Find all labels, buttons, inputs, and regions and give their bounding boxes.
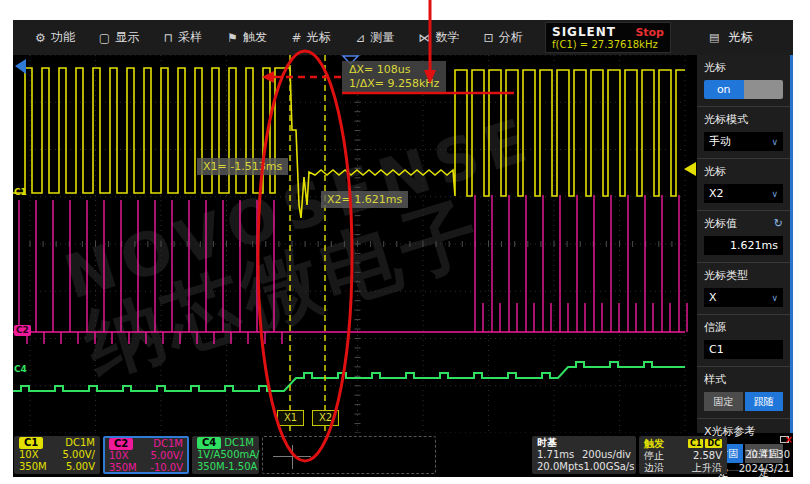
clock-date: 2024/3/21	[732, 463, 790, 474]
measure-icon: ⊿	[355, 31, 365, 45]
menu-label: 采样	[178, 29, 202, 46]
waveform-canvas	[13, 55, 697, 433]
cursor-value-label: 光标值	[704, 216, 737, 231]
menu-item-acquire[interactable]: ⊓ 采样	[151, 20, 215, 55]
scale-value: 500mA/	[220, 449, 259, 461]
offset-value: 5.00V	[66, 461, 95, 473]
memory-depth: 20.0Mpts	[537, 461, 583, 473]
analysis-icon: ⊡	[483, 31, 493, 45]
screenshot-page: ⚙ 功能 ▢ 显示 ⊓ 采样 ⚑ 触发 # 光标 ⊿ 测量	[0, 0, 810, 484]
channel-badge: C4	[197, 437, 221, 449]
cursor-x2-handle[interactable]: X2	[312, 410, 339, 426]
cursor-type-label: 光标类型	[704, 268, 748, 283]
channel-box-c1[interactable]: C1DC1M 10X5.00V/ 350M5.00V	[14, 436, 100, 474]
trigger-type: 边沿	[644, 462, 664, 474]
cursor-type-value: X	[709, 291, 717, 304]
crosshair-marker	[292, 445, 293, 469]
menu-item-cursors[interactable]: # 光标	[279, 20, 343, 55]
trigger-mode: 停止	[644, 450, 664, 462]
menu-label: 功能	[51, 29, 75, 46]
cursor-type-dropdown[interactable]: X ∨	[704, 288, 783, 307]
toggle-off-state[interactable]	[744, 80, 784, 99]
channel-marker-c2[interactable]: C2	[14, 325, 31, 336]
trigger-box[interactable]: 触发C1DC 停止2.58V 边沿上升沿	[639, 436, 727, 474]
menu-label: 数学	[436, 29, 460, 46]
cursor-delta-readout: ΔX= 108us 1/ΔX= 9.258kHz	[342, 61, 446, 93]
menu-item-display[interactable]: ▢ 显示	[87, 20, 151, 55]
cursor-select-dropdown[interactable]: X2 ∨	[704, 184, 783, 203]
trigger-frequency-readout: f(C1) = 27.37618kHz	[552, 39, 664, 50]
coupling-value: DC1M	[65, 437, 95, 449]
cursor-x1-value-label: X1= -1.513ms	[197, 158, 288, 175]
sidebar-header-cursors[interactable]: ▤ 光标	[697, 20, 793, 55]
scale-value: 5.00V/	[151, 450, 183, 462]
channel-badge: C1	[19, 437, 43, 449]
style-option-follow[interactable]: 跟随	[745, 392, 784, 411]
probe-value: 10X	[109, 450, 129, 462]
cursors-on-off-toggle[interactable]: on	[704, 80, 783, 99]
waveform-display[interactable]: NOVOSENSE 纳芯微电子 ΔX= 108us 1/ΔX= 9.258kHz…	[13, 55, 697, 433]
cursors-toggle-label: 光标	[704, 60, 726, 75]
clock-box: × 20:41:30 2024/3/21	[730, 436, 792, 474]
refresh-icon[interactable]: ↻	[774, 217, 783, 230]
channel-badge: C2	[109, 438, 133, 450]
cursors-panel: 光标 on 光标模式 手动 ∨ 光标 X2	[697, 55, 793, 433]
cursor-x1-handle[interactable]: X1	[277, 410, 304, 426]
coupling-value: DC1M	[224, 437, 254, 449]
style-segmented-control: 固定 跟随	[704, 392, 783, 411]
gear-icon: ⚙	[35, 31, 46, 45]
trigger-slope: 上升沿	[692, 462, 722, 474]
probe-value: 10X	[19, 449, 39, 461]
menu-label: 显示	[115, 29, 139, 46]
menu-item-measure[interactable]: ⊿ 测量	[343, 20, 407, 55]
cursor-grid-icon: #	[291, 31, 301, 45]
timebase-label: 时基	[537, 437, 557, 449]
math-icon: ⋈	[419, 31, 431, 45]
inverse-delta-x-value: 1/ΔX= 9.258kHz	[349, 77, 439, 91]
style-option-fixed[interactable]: 固定	[704, 392, 743, 411]
cursor-mode-dropdown[interactable]: 手动 ∨	[704, 132, 783, 151]
cursor-x2-value-label: X2= 1.621ms	[321, 191, 408, 208]
bandwidth-value: 350M	[19, 461, 47, 473]
toggle-on-state[interactable]: on	[704, 80, 744, 99]
acquire-icon: ⊓	[164, 31, 173, 45]
channel-marker-c4[interactable]: C4	[14, 364, 27, 375]
siglent-logo: SIGLENT	[552, 25, 616, 39]
trigger-source-badge: C1	[688, 439, 703, 448]
display-icon: ▢	[99, 31, 110, 45]
offset-value: -1.50A	[225, 461, 258, 473]
channel-box-c4[interactable]: C4DC1M 1V/A500mA/ 350M-1.50A	[192, 436, 259, 474]
menu-item-analysis[interactable]: ⊡ 分析	[471, 20, 535, 55]
delta-x-value: ΔX= 108us	[349, 63, 439, 77]
clock-time: 20:41:30	[732, 449, 790, 460]
trigger-level: 2.58V	[693, 450, 722, 462]
timebase-box[interactable]: 时基 1.71ms200us/div 20.0Mpts1.00GSa/s	[532, 436, 636, 474]
channel-marker-c1[interactable]: C1	[14, 187, 27, 198]
menu-label: 分析	[499, 29, 523, 46]
timebase-delay: 1.71ms	[537, 449, 574, 461]
cursor-value-field[interactable]: 1.621ms	[704, 236, 783, 255]
sidebar-title: 光标	[728, 29, 752, 46]
cursor-mode-value: 手动	[709, 134, 731, 149]
brand-status-box: SIGLENT Stop f(C1) = 27.37618kHz	[545, 22, 671, 53]
menu-item-trigger[interactable]: ⚑ 触发	[215, 20, 279, 55]
channel-box-c2[interactable]: C2DC1M 10X5.00V/ 350M-10.0V	[103, 436, 189, 474]
source-field[interactable]: C1	[704, 340, 783, 359]
panel-list-icon: ▤	[709, 31, 719, 44]
offset-value: -10.0V	[150, 462, 183, 474]
acquisition-status: Stop	[635, 26, 664, 39]
menu-item-math[interactable]: ⋈ 数学	[407, 20, 471, 55]
menu-item-utility[interactable]: ⚙ 功能	[23, 20, 87, 55]
menu-bar: ⚙ 功能 ▢ 显示 ⊓ 采样 ⚑ 触发 # 光标 ⊿ 测量	[13, 20, 793, 55]
chevron-down-icon: ∨	[771, 189, 778, 199]
bandwidth-value: 350M	[197, 461, 225, 473]
timebase-scale: 200us/div	[582, 449, 631, 461]
status-bar: C1DC1M 10X5.00V/ 350M5.00V C2DC1M 10X5.0…	[13, 433, 793, 477]
trigger-offscreen-left-icon[interactable]	[15, 59, 26, 74]
empty-channel-slot[interactable]	[262, 436, 436, 474]
trigger-coupling-badge: DC	[705, 439, 722, 448]
cursor-mode-label: 光标模式	[704, 112, 748, 127]
trigger-level-icon[interactable]	[684, 162, 696, 176]
trigger-flag-icon: ⚑	[227, 31, 238, 45]
chevron-down-icon: ∨	[771, 137, 778, 147]
